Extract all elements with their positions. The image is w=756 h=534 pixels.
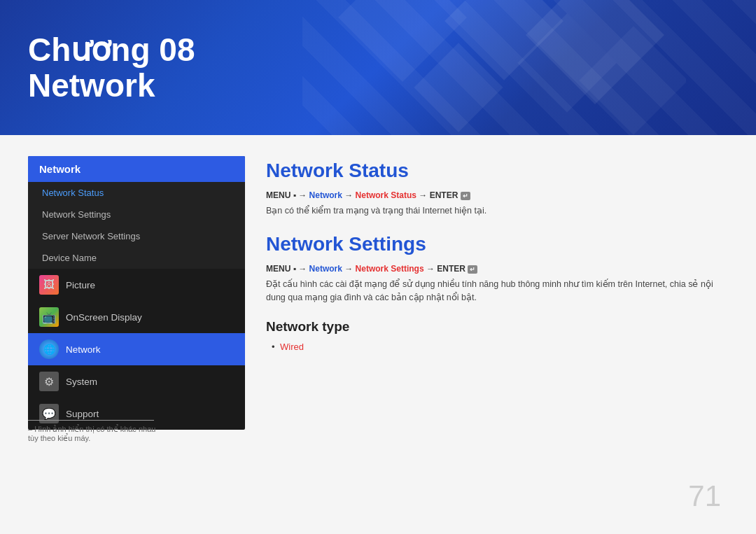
sidebar-item-support-label: Support xyxy=(66,409,99,419)
section-label: Network xyxy=(28,68,195,104)
sub-menu: Network Status Network Settings Server N… xyxy=(28,182,245,269)
main-content: Network Network Status Network Settings … xyxy=(0,135,756,451)
breadcrumb2-enter: → ENTER ↵ xyxy=(424,264,478,274)
network-type-wired: Wired xyxy=(266,342,728,352)
menu-category-network[interactable]: Network xyxy=(28,156,245,182)
content-area: Network Status MENU ▪ → Network → Networ… xyxy=(266,156,728,430)
sidebar-item-onscreen-label: OnScreen Display xyxy=(66,312,142,323)
sub-menu-item-network-status[interactable]: Network Status xyxy=(28,182,245,204)
picture-icon: 🖼 xyxy=(39,275,59,295)
onscreen-icon: 📺 xyxy=(39,307,59,327)
sidebar-item-system-label: System xyxy=(66,377,97,387)
network-status-section: Network Status MENU ▪ → Network → Networ… xyxy=(266,160,728,218)
page-number: 71 xyxy=(688,479,721,513)
breadcrumb-network-status-link: Network Status xyxy=(356,190,416,200)
enter-icon-2: ↵ xyxy=(468,265,477,274)
breadcrumb2-network-link: Network xyxy=(309,264,342,274)
sidebar: Network Network Status Network Settings … xyxy=(28,156,245,430)
breadcrumb-network-link: Network xyxy=(309,190,342,200)
header-title: Chương 08 Network xyxy=(28,32,195,103)
network-status-title: Network Status xyxy=(266,160,728,182)
network-status-description: Bạn có thể kiểm tra mạng và trạng thái I… xyxy=(266,204,728,218)
footer-note: – Hình ảnh hiển thị có thể khác nhau tùy… xyxy=(28,420,168,443)
network-icon: 🌐 xyxy=(39,339,59,359)
chapter-label: Chương 08 xyxy=(28,32,195,68)
breadcrumb2-settings-link: Network Settings xyxy=(356,264,424,274)
sub-menu-item-server-network-settings[interactable]: Server Network Settings xyxy=(28,225,245,247)
system-icon: ⚙ xyxy=(39,372,59,391)
network-type-subsection: Network type Wired xyxy=(266,319,728,352)
breadcrumb-enter: → ENTER ↵ xyxy=(416,190,470,200)
sidebar-item-network[interactable]: 🌐 Network xyxy=(28,333,245,365)
sub-menu-item-device-name[interactable]: Device Name xyxy=(28,247,245,269)
footer-text: – Hình ảnh hiển thị có thể khác nhau tùy… xyxy=(28,425,168,443)
breadcrumb-arrow1: → xyxy=(342,190,356,200)
network-type-title: Network type xyxy=(266,319,728,335)
network-settings-breadcrumb: MENU ▪ → Network → Network Settings → EN… xyxy=(266,264,728,274)
network-status-breadcrumb: MENU ▪ → Network → Network Status → ENTE… xyxy=(266,190,728,200)
sidebar-item-picture[interactable]: 🖼 Picture xyxy=(28,269,245,301)
sidebar-item-picture-label: Picture xyxy=(66,280,95,290)
header-banner: Chương 08 Network xyxy=(0,0,756,135)
breadcrumb2-arrow1: → xyxy=(342,264,356,274)
sidebar-item-system[interactable]: ⚙ System xyxy=(28,365,245,398)
sidebar-item-onscreen[interactable]: 📺 OnScreen Display xyxy=(28,301,245,333)
sidebar-item-network-label: Network xyxy=(66,344,101,355)
network-settings-title: Network Settings xyxy=(266,233,728,255)
network-settings-section: Network Settings MENU ▪ → Network → Netw… xyxy=(266,233,728,353)
enter-icon: ↵ xyxy=(461,192,470,200)
breadcrumb-menu-label: MENU ▪ → xyxy=(266,190,309,200)
sub-menu-item-network-settings[interactable]: Network Settings xyxy=(28,204,245,225)
header-decoration xyxy=(336,0,686,135)
breadcrumb2-menu-label: MENU ▪ → xyxy=(266,264,309,274)
footer-divider xyxy=(28,420,154,421)
network-settings-description: Đặt cấu hình các cài đặt mạng để sử dụng… xyxy=(266,278,728,304)
